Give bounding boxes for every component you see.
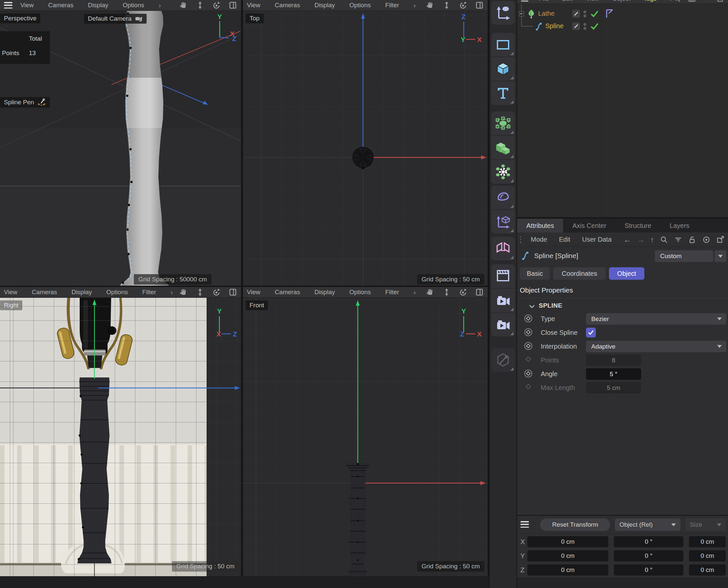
- viewport-top[interactable]: View Cameras Display Options Filter ›: [243, 0, 488, 286]
- close-spline-checkbox[interactable]: [586, 328, 596, 337]
- preset-dropdown-arrow[interactable]: [714, 250, 726, 262]
- menu-view[interactable]: View: [20, 2, 34, 9]
- menu-display[interactable]: Display: [88, 2, 108, 9]
- up-arrow-icon[interactable]: ↑: [650, 236, 654, 244]
- rotate-view-icon[interactable]: [212, 288, 221, 296]
- rotate-view-icon[interactable]: [459, 288, 467, 296]
- position-x-field[interactable]: 0 cm: [527, 536, 608, 547]
- menu-overflow-icon[interactable]: ›: [171, 288, 173, 296]
- axis-gizmo[interactable]: Z Y X: [457, 13, 486, 46]
- attr-menu-edit[interactable]: Edit: [559, 236, 570, 243]
- dolly-zoom-icon[interactable]: [442, 288, 451, 296]
- back-arrow-icon[interactable]: ←: [623, 236, 631, 244]
- front-canvas[interactable]: Front Grid Spacing : 50 cm Y Z X: [243, 298, 488, 576]
- maximize-viewport-icon[interactable]: [229, 1, 237, 9]
- transform-mode-dropdown[interactable]: Object (Rel): [615, 519, 681, 531]
- rotation-y-field[interactable]: 0 °: [614, 550, 683, 562]
- top-canvas[interactable]: Top Grid Spacing : 50 cm Z Y X: [243, 11, 488, 286]
- maximize-viewport-icon[interactable]: [229, 288, 237, 296]
- om-menu-edit[interactable]: Edit: [562, 0, 573, 2]
- menu-overflow-icon[interactable]: ›: [413, 1, 416, 9]
- menu-display[interactable]: Display: [315, 2, 335, 9]
- axis-gizmo[interactable]: Y X Z: [213, 13, 241, 46]
- viewport-right[interactable]: View Cameras Display Options Filter ›: [0, 287, 241, 576]
- menu-overflow-icon[interactable]: ›: [670, 0, 672, 3]
- spline-group-label[interactable]: SPLINE: [539, 302, 562, 309]
- search-icon[interactable]: [673, 0, 681, 3]
- popout-icon[interactable]: [717, 0, 725, 3]
- attr-menu-mode[interactable]: Mode: [531, 236, 547, 243]
- object-name-spline[interactable]: Spline: [545, 22, 564, 30]
- visibility-dots-icon[interactable]: [583, 9, 587, 18]
- angle-field[interactable]: 5 °: [586, 368, 641, 380]
- hamburger-menu-icon[interactable]: [520, 236, 521, 243]
- menu-overflow-icon[interactable]: ›: [159, 1, 161, 9]
- simulation-tool-icon[interactable]: [491, 160, 515, 184]
- lathe-object-icon[interactable]: [526, 8, 536, 19]
- perspective-canvas[interactable]: Perspective Default Camera Total Points1…: [0, 11, 241, 286]
- maximize-viewport-icon[interactable]: [475, 1, 484, 9]
- filter-icon[interactable]: [674, 235, 682, 244]
- menu-filter[interactable]: Filter: [385, 289, 399, 296]
- menu-filter[interactable]: Filter: [142, 289, 156, 296]
- pan-hand-icon[interactable]: [426, 288, 434, 296]
- menu-filter[interactable]: Filter: [385, 2, 399, 9]
- camera-tool-icon[interactable]: [491, 288, 515, 312]
- scale-y-field[interactable]: 0 cm: [689, 550, 726, 562]
- menu-cameras[interactable]: Cameras: [275, 289, 300, 296]
- subdivision-surface-tool-icon[interactable]: [491, 111, 515, 135]
- layout-icon[interactable]: [688, 0, 696, 3]
- enabled-check-icon[interactable]: [590, 9, 599, 18]
- position-z-field[interactable]: 0 cm: [527, 564, 608, 575]
- menu-view[interactable]: View: [4, 289, 17, 296]
- menu-cameras[interactable]: Cameras: [48, 2, 73, 9]
- section-tab-object[interactable]: Object: [609, 267, 644, 280]
- dolly-zoom-icon[interactable]: [196, 1, 204, 9]
- text-tool-icon[interactable]: [491, 81, 515, 105]
- layer-toggle-icon[interactable]: [572, 22, 580, 30]
- om-menu-tags[interactable]: Tags: [643, 0, 657, 2]
- axis-gizmo[interactable]: Y Z X: [457, 308, 486, 340]
- menu-view[interactable]: View: [247, 289, 260, 296]
- camera-label[interactable]: Default Camera: [84, 14, 147, 24]
- cube-primitive-tool-icon[interactable]: [491, 57, 515, 81]
- spline-object-icon[interactable]: [534, 21, 545, 32]
- pan-hand-icon[interactable]: [179, 1, 188, 9]
- chevron-down-icon[interactable]: [528, 303, 536, 309]
- forward-arrow-icon[interactable]: →: [637, 236, 645, 244]
- maximize-viewport-icon[interactable]: [475, 288, 484, 296]
- menu-cameras[interactable]: Cameras: [275, 2, 300, 9]
- tab-layers[interactable]: Layers: [660, 219, 699, 232]
- section-tab-coordinates[interactable]: Coordinates: [553, 267, 606, 280]
- deformer-tool-icon[interactable]: [491, 186, 515, 209]
- tab-attributes[interactable]: Attributes: [517, 219, 563, 232]
- section-tab-basic[interactable]: Basic: [520, 267, 550, 280]
- viewport-perspective[interactable]: View Cameras Display Options ›: [0, 0, 241, 286]
- pan-hand-icon[interactable]: [426, 1, 434, 9]
- motion-camera-tool-icon[interactable]: [491, 312, 515, 336]
- menu-display[interactable]: Display: [71, 289, 92, 296]
- expand-toggle[interactable]: [519, 12, 524, 16]
- pan-hand-icon[interactable]: [179, 288, 188, 296]
- menu-options[interactable]: Options: [123, 2, 144, 9]
- object-name-lathe[interactable]: Lathe: [538, 10, 555, 17]
- hamburger-menu-icon[interactable]: [521, 0, 528, 2]
- object-row-lathe[interactable]: Lathe: [517, 8, 728, 20]
- axis-gizmo[interactable]: Y X Z: [213, 308, 241, 340]
- object-row-spline[interactable]: Spline: [517, 20, 728, 32]
- track-target-icon[interactable]: [702, 235, 711, 244]
- menu-options[interactable]: Options: [349, 289, 370, 296]
- interpolation-dropdown[interactable]: Adaptive: [586, 341, 726, 352]
- tab-axis-center[interactable]: Axis Center: [563, 219, 615, 232]
- rotate-view-icon[interactable]: [212, 1, 221, 9]
- rotation-x-field[interactable]: 0 °: [614, 536, 683, 547]
- scale-x-field[interactable]: 0 cm: [689, 536, 726, 547]
- attr-menu-user-data[interactable]: User Data: [582, 236, 612, 243]
- position-y-field[interactable]: 0 cm: [527, 550, 608, 562]
- minimize-icon[interactable]: [703, 0, 710, 3]
- om-menu-file[interactable]: File: [539, 0, 549, 2]
- lock-icon[interactable]: [688, 235, 697, 244]
- rotation-z-field[interactable]: 0 °: [614, 564, 683, 575]
- size-dropdown[interactable]: Size: [685, 519, 726, 531]
- rotate-view-icon[interactable]: [459, 1, 467, 9]
